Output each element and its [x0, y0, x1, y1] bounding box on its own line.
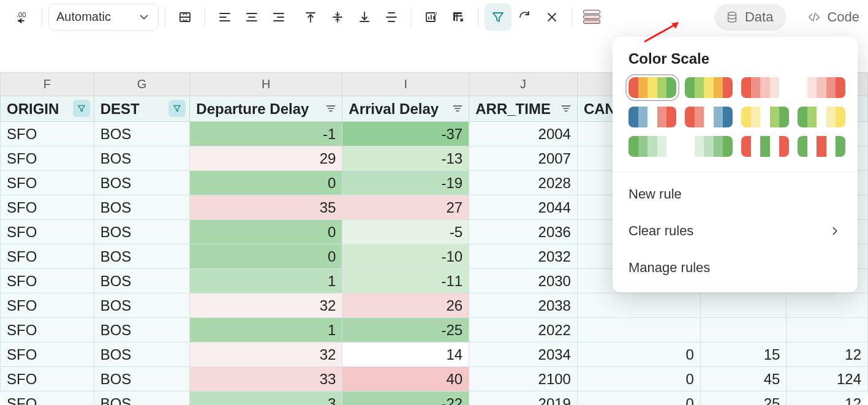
- cell[interactable]: 2044: [469, 195, 578, 220]
- code-view-button[interactable]: Code: [796, 4, 859, 31]
- cell[interactable]: 27: [342, 195, 469, 220]
- cell[interactable]: 25: [700, 392, 787, 406]
- cell[interactable]: 2034: [469, 343, 578, 367]
- col-letter[interactable]: G: [94, 73, 190, 96]
- cell[interactable]: BOS: [94, 293, 190, 318]
- cell[interactable]: BOS: [94, 220, 190, 244]
- color-swatch[interactable]: [628, 136, 676, 157]
- cell[interactable]: 0: [190, 220, 342, 244]
- redo-button[interactable]: [511, 4, 538, 31]
- number-format-dropdown[interactable]: Automatic: [48, 4, 159, 31]
- cell[interactable]: 2032: [469, 244, 578, 269]
- cell[interactable]: 2004: [469, 122, 578, 146]
- cell[interactable]: 0: [577, 392, 700, 406]
- color-swatch[interactable]: [685, 136, 733, 157]
- cell[interactable]: BOS: [94, 122, 190, 146]
- cell[interactable]: 32: [190, 343, 342, 367]
- cell[interactable]: 2007: [469, 146, 578, 171]
- color-swatch[interactable]: [798, 77, 845, 98]
- cell[interactable]: 2030: [469, 269, 578, 293]
- cell[interactable]: -19: [342, 171, 469, 195]
- cell[interactable]: 124: [787, 367, 868, 392]
- cell[interactable]: BOS: [94, 343, 190, 367]
- cell[interactable]: BOS: [94, 392, 190, 406]
- cell[interactable]: -1: [190, 122, 342, 146]
- data-view-button[interactable]: Data: [714, 4, 787, 31]
- insert-chart-button[interactable]: [418, 4, 445, 31]
- cell[interactable]: BOS: [94, 146, 190, 171]
- align-top-button[interactable]: [297, 4, 324, 31]
- cell[interactable]: -13: [342, 146, 469, 171]
- cell[interactable]: BOS: [94, 244, 190, 269]
- cell[interactable]: 14: [342, 343, 469, 367]
- field-header[interactable]: ORIGIN: [1, 96, 94, 122]
- cell[interactable]: [787, 318, 868, 343]
- cell[interactable]: SFO: [1, 220, 94, 244]
- cell[interactable]: SFO: [1, 367, 94, 392]
- align-justify-button[interactable]: [378, 4, 405, 31]
- clear-rules-item[interactable]: Clear rules: [613, 213, 858, 249]
- filter-icon[interactable]: [73, 100, 90, 117]
- cell[interactable]: -10: [342, 244, 469, 269]
- cell[interactable]: SFO: [1, 244, 94, 269]
- cell[interactable]: BOS: [94, 269, 190, 293]
- filter-button[interactable]: [485, 4, 511, 31]
- cell[interactable]: BOS: [94, 367, 190, 392]
- color-swatch[interactable]: [628, 107, 676, 127]
- manage-rules-item[interactable]: Manage rules: [613, 249, 858, 286]
- cell[interactable]: 45: [700, 367, 787, 392]
- cell[interactable]: 29: [190, 146, 342, 171]
- sort-icon[interactable]: [560, 101, 572, 118]
- cell[interactable]: SFO: [1, 146, 94, 171]
- cell[interactable]: -11: [342, 269, 469, 293]
- color-swatch[interactable]: [741, 107, 789, 127]
- cell[interactable]: SFO: [1, 122, 94, 146]
- cell[interactable]: 1: [190, 269, 342, 293]
- cell[interactable]: SFO: [1, 392, 94, 406]
- cell[interactable]: 2100: [469, 367, 578, 392]
- cell[interactable]: -22: [342, 392, 469, 406]
- color-swatch[interactable]: [741, 136, 789, 157]
- cell[interactable]: 2019: [469, 392, 578, 406]
- color-swatch[interactable]: [685, 107, 733, 127]
- cell[interactable]: -5: [342, 220, 469, 244]
- cell[interactable]: [700, 318, 787, 343]
- align-right-button[interactable]: [265, 4, 292, 31]
- sort-icon[interactable]: [325, 101, 337, 118]
- align-bottom-button[interactable]: [351, 4, 378, 31]
- cell[interactable]: [787, 293, 868, 318]
- cell[interactable]: SFO: [1, 343, 94, 367]
- cell[interactable]: 3: [190, 392, 342, 406]
- cell[interactable]: SFO: [1, 269, 94, 293]
- conditional-format-button[interactable]: [578, 4, 605, 31]
- color-swatch[interactable]: [798, 136, 845, 157]
- align-middle-button[interactable]: [324, 4, 351, 31]
- cell[interactable]: 12: [787, 343, 868, 367]
- cell[interactable]: BOS: [94, 171, 190, 195]
- col-letter[interactable]: J: [469, 73, 578, 96]
- color-swatch[interactable]: [741, 77, 789, 98]
- cell[interactable]: 33: [190, 367, 342, 392]
- cell[interactable]: -37: [342, 122, 469, 146]
- cell[interactable]: 2038: [469, 293, 578, 318]
- cell[interactable]: 0: [577, 367, 700, 392]
- cell[interactable]: 2022: [469, 318, 578, 343]
- cell[interactable]: 2036: [469, 220, 578, 244]
- sort-icon[interactable]: [451, 101, 464, 118]
- cell[interactable]: -25: [342, 318, 469, 343]
- col-letter[interactable]: F: [1, 73, 94, 96]
- cell[interactable]: [577, 318, 700, 343]
- cell[interactable]: BOS: [94, 195, 190, 220]
- cell[interactable]: 12: [787, 392, 868, 406]
- field-header[interactable]: Arrival Delay: [342, 96, 469, 122]
- align-center-button[interactable]: [238, 4, 265, 31]
- cell[interactable]: 0: [190, 171, 342, 195]
- cell[interactable]: SFO: [1, 293, 94, 318]
- field-header[interactable]: DEST: [94, 96, 190, 122]
- new-rule-item[interactable]: New rule: [613, 176, 858, 213]
- cell[interactable]: 15: [700, 343, 787, 367]
- cell[interactable]: 35: [190, 195, 342, 220]
- pivot-button[interactable]: [445, 4, 472, 31]
- color-swatch[interactable]: [628, 77, 676, 98]
- cell[interactable]: 40: [342, 367, 469, 392]
